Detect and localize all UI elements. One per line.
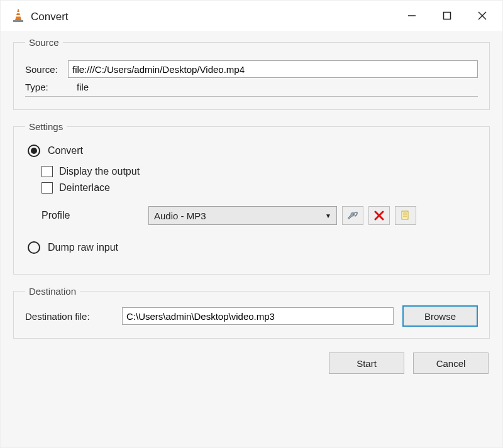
window: Convert Source Source: Type: file Settin… [0, 0, 503, 448]
destination-legend: Destination [25, 286, 80, 297]
new-profile-button[interactable] [395, 206, 416, 225]
settings-legend: Settings [25, 121, 67, 132]
svg-marker-0 [16, 9, 21, 20]
start-button[interactable]: Start [329, 352, 404, 374]
display-output-label: Display the output [59, 166, 140, 177]
dump-raw-input-label: Dump raw input [48, 242, 118, 253]
source-legend: Source [25, 37, 63, 48]
source-label: Source: [25, 64, 68, 75]
source-input[interactable] [68, 60, 478, 78]
chevron-down-icon: ▼ [325, 212, 331, 219]
destination-file-label: Destination file: [25, 311, 113, 322]
vlc-cone-icon [12, 8, 25, 23]
svg-rect-3 [13, 20, 23, 22]
tools-icon [347, 210, 358, 221]
dialog-body: Source Source: Type: file Settings Conve… [1, 31, 502, 447]
delete-icon [374, 210, 384, 221]
minimize-button[interactable] [394, 3, 429, 28]
profile-select[interactable]: Audio - MP3 ▼ [148, 206, 337, 225]
edit-profile-button[interactable] [342, 206, 363, 225]
deinterlace-checkbox[interactable]: Deinterlace [41, 182, 478, 194]
dump-raw-input-radio[interactable]: Dump raw input [28, 241, 478, 254]
profile-value: Audio - MP3 [154, 210, 206, 221]
radio-icon [28, 241, 40, 254]
checkbox-icon [41, 166, 53, 177]
svg-rect-5 [444, 13, 451, 19]
convert-radio[interactable]: Convert [28, 145, 478, 157]
new-file-icon [400, 210, 411, 221]
destination-row: Destination file: Browse [25, 305, 478, 327]
titlebar: Convert [1, 1, 502, 31]
browse-button-label: Browse [424, 311, 456, 322]
source-row: Source: [25, 60, 478, 78]
close-button[interactable] [465, 3, 500, 28]
cancel-button[interactable]: Cancel [413, 352, 489, 374]
source-group: Source Source: Type: file [13, 37, 490, 110]
start-button-label: Start [357, 358, 377, 369]
destination-group: Destination Destination file: Browse [13, 286, 490, 339]
checkbox-icon [41, 182, 53, 194]
destination-file-input[interactable] [122, 307, 394, 325]
maximize-button[interactable] [429, 3, 465, 28]
browse-button[interactable]: Browse [402, 305, 478, 327]
delete-profile-button[interactable] [368, 206, 390, 225]
svg-rect-2 [16, 15, 21, 16]
display-output-checkbox[interactable]: Display the output [41, 166, 478, 177]
window-title: Convert [25, 9, 394, 23]
deinterlace-label: Deinterlace [59, 182, 110, 194]
convert-radio-label: Convert [48, 145, 83, 156]
dialog-footer: Start Cancel [13, 350, 490, 374]
settings-group: Settings Convert Display the output Dein… [13, 121, 490, 275]
type-row: Type: file [25, 82, 478, 97]
profile-label: Profile [41, 210, 148, 221]
radio-icon [28, 145, 40, 157]
type-label: Type: [25, 82, 68, 92]
svg-rect-1 [16, 12, 20, 13]
type-value: file [68, 82, 89, 92]
cancel-button-label: Cancel [436, 358, 466, 369]
profile-row: Profile Audio - MP3 ▼ [41, 206, 478, 225]
